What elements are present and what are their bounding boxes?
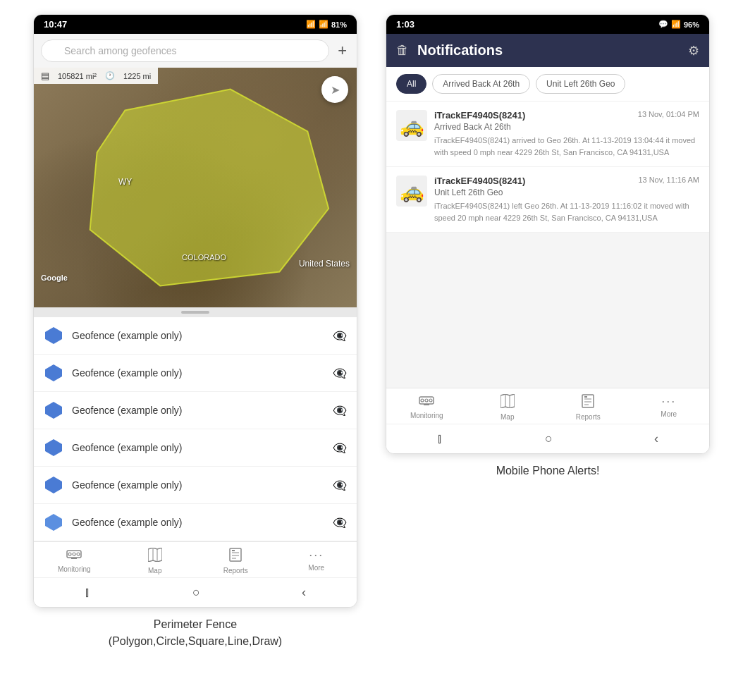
filter-tab-left[interactable]: Unit Left 26th Geo: [536, 74, 625, 94]
clock-icon: 🕐: [105, 71, 115, 80]
visibility-icon-2[interactable]: 👁‍🗨: [333, 367, 347, 380]
right-bottom-nav: Monitoring Map Reports ··· More: [386, 388, 709, 424]
notif-device-2: iTrackEF4940S(8241): [434, 176, 525, 186]
filter-tab-arrived[interactable]: Arrived Back At 26th: [432, 74, 530, 94]
notifications-settings-button[interactable]: ⚙: [688, 43, 699, 59]
right-status-icons: 💬 📶 96%: [658, 20, 699, 29]
svg-marker-1: [45, 327, 62, 344]
geofence-label-4: Geofence (example only): [72, 442, 324, 453]
nav-reports-right[interactable]: Reports: [567, 394, 609, 421]
visibility-icon-4[interactable]: 👁‍🗨: [333, 441, 347, 455]
signal-icon: 📶: [319, 20, 328, 29]
compass-icon: ➤: [331, 83, 340, 97]
svg-marker-6: [45, 514, 62, 531]
geofence-item-1[interactable]: Geofence (example only) 👁‍🗨: [34, 317, 357, 355]
notif-time-1: 13 Nov, 01:04 PM: [638, 110, 699, 118]
visibility-icon-6[interactable]: 👁‍🗨: [333, 516, 347, 529]
filter-tab-all[interactable]: All: [396, 74, 426, 94]
monitoring-icon-right: [419, 394, 434, 410]
left-battery: 81%: [331, 20, 347, 29]
delete-all-button[interactable]: 🗑: [396, 43, 409, 58]
geofence-item-4[interactable]: Geofence (example only) 👁‍🗨: [34, 429, 357, 467]
map-area[interactable]: ▤ 105821 mi² 🕐 1225 mi ➤ WY United State…: [34, 68, 357, 307]
geofence-shape-icon-2: [44, 363, 63, 383]
car-avatar-1: 🚕: [396, 110, 427, 141]
android-back-icon-left[interactable]: ‹: [302, 585, 306, 600]
left-phone-frame: 10:47 📶 📶 81% 🔍 Search among geofences +: [33, 14, 357, 608]
svg-point-10: [77, 553, 80, 555]
notification-item-1[interactable]: 🚕 iTrackEF4940S(8241) 13 Nov, 01:04 PM A…: [386, 102, 709, 167]
svg-rect-24: [424, 404, 429, 405]
notif-content-1: iTrackEF4940S(8241) 13 Nov, 01:04 PM Arr…: [434, 110, 699, 158]
map-icon-left: [148, 548, 162, 565]
visibility-icon-5[interactable]: 👁‍🗨: [333, 479, 347, 492]
nav-reports-left[interactable]: Reports: [214, 548, 257, 575]
android-menu-icon-left[interactable]: ⫿: [85, 585, 91, 600]
svg-marker-25: [501, 394, 515, 408]
svg-rect-32: [584, 396, 587, 398]
geofence-label-3: Geofence (example only): [72, 405, 324, 416]
svg-point-21: [421, 399, 424, 402]
notif-device-1: iTrackEF4940S(8241): [434, 110, 525, 121]
left-time: 10:47: [44, 19, 67, 30]
android-back-icon-right[interactable]: ‹: [654, 431, 658, 446]
right-wifi-icon: 📶: [671, 20, 681, 29]
svg-point-9: [73, 553, 75, 555]
notifications-empty-area: [386, 233, 709, 388]
map-distance-stat: 1225 mi: [123, 72, 151, 80]
notification-item-2[interactable]: 🚕 iTrackEF4940S(8241) 13 Nov, 11:16 AM U…: [386, 167, 709, 233]
colorado-label: COLORADO: [182, 253, 226, 262]
visibility-icon-1[interactable]: 👁‍🗨: [333, 329, 347, 343]
notif-top-row-1: iTrackEF4940S(8241) 13 Nov, 01:04 PM: [434, 110, 699, 121]
search-bar-row: 🔍 Search among geofences +: [34, 34, 357, 68]
filter-tabs-row: All Arrived Back At 26th Unit Left 26th …: [386, 67, 709, 102]
more-icon-right: ···: [661, 394, 676, 409]
right-phone-frame: 1:03 💬 📶 96% 🗑 Notifications ⚙ All Arriv…: [386, 14, 710, 454]
left-android-bar: ⫿ ○ ‹: [34, 577, 357, 607]
right-status-bar: 1:03 💬 📶 96%: [386, 15, 709, 34]
geofence-shape-icon-1: [44, 326, 63, 345]
nav-more-left[interactable]: ··· More: [295, 548, 338, 575]
map-stats-bar: ▤ 105821 mi² 🕐 1225 mi: [34, 68, 158, 84]
nav-monitoring-label-left: Monitoring: [58, 565, 91, 573]
geofence-item-2[interactable]: Geofence (example only) 👁‍🗨: [34, 355, 357, 392]
geofence-label-5: Geofence (example only): [72, 479, 324, 491]
left-caption: Perimeter Fence(Polygon,Circle,Square,Li…: [109, 616, 282, 650]
search-placeholder: Search among geofences: [64, 45, 177, 56]
search-bar-container: 🔍 Search among geofences: [41, 39, 329, 62]
compass-button[interactable]: ➤: [321, 76, 348, 103]
android-menu-icon-right[interactable]: ⫿: [437, 431, 443, 446]
right-time: 1:03: [396, 19, 415, 30]
nav-monitoring-right[interactable]: Monitoring: [405, 394, 448, 421]
geofence-search-input[interactable]: Search among geofences: [41, 39, 329, 62]
svg-point-8: [68, 553, 71, 555]
left-caption-line1: Perimeter Fence(Polygon,Circle,Square,Li…: [109, 618, 282, 647]
notif-detail-1: iTrackEF4940S(8241) arrived to Geo 26th.…: [434, 135, 699, 158]
android-home-icon-right[interactable]: ○: [545, 431, 553, 446]
geofence-item-6[interactable]: Geofence (example only) 👁‍🗨: [34, 504, 357, 541]
add-geofence-button[interactable]: +: [335, 42, 350, 60]
google-logo: Google: [41, 274, 68, 282]
svg-marker-2: [45, 364, 62, 381]
android-home-icon-left[interactable]: ○: [192, 585, 200, 600]
wifi-icon: 📶: [306, 20, 316, 29]
geofence-item-5[interactable]: Geofence (example only) 👁‍🗨: [34, 467, 357, 504]
nav-monitoring-left[interactable]: Monitoring: [53, 548, 95, 575]
geofence-item-3[interactable]: Geofence (example only) 👁‍🗨: [34, 392, 357, 429]
more-icon-left: ···: [309, 548, 324, 563]
visibility-icon-3[interactable]: 👁‍🗨: [333, 404, 347, 417]
nav-map-label-left: Map: [148, 567, 161, 575]
notif-event-2: Unit Left 26th Geo: [434, 188, 699, 197]
svg-rect-7: [67, 551, 81, 558]
hatch-icon: ▤: [41, 70, 49, 81]
nav-map-left[interactable]: Map: [134, 548, 176, 575]
nav-more-right[interactable]: ··· More: [648, 394, 690, 421]
geofence-label-1: Geofence (example only): [72, 330, 324, 341]
nav-more-label-right: More: [661, 410, 677, 418]
right-battery: 96%: [684, 20, 699, 29]
state-label-wy: WY: [118, 177, 132, 187]
notif-time-2: 13 Nov, 11:16 AM: [638, 176, 699, 184]
nav-map-right[interactable]: Map: [486, 394, 529, 421]
nav-monitoring-label-right: Monitoring: [410, 412, 443, 419]
left-bottom-nav: Monitoring Map Reports ··· More: [34, 541, 357, 577]
